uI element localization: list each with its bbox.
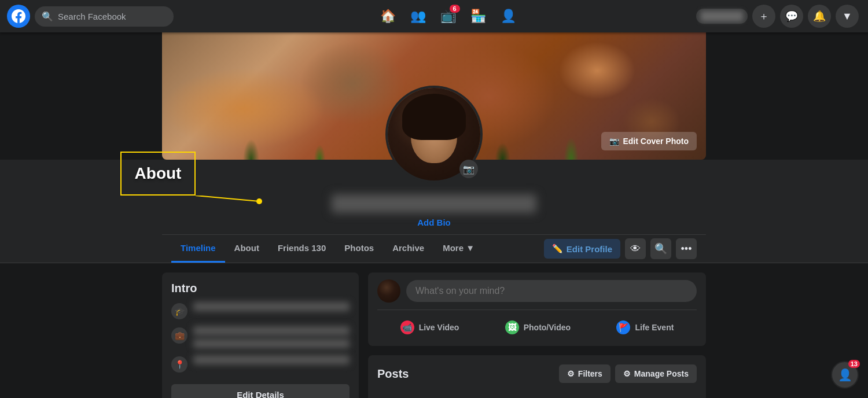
add-bio-button[interactable]: Add Bio xyxy=(417,215,451,230)
tab-photos[interactable]: Photos xyxy=(335,235,383,263)
nav-marketplace-button[interactable]: 🏪 xyxy=(465,2,492,30)
tab-actions: ✏️ Edit Profile 👁 🔍 ••• xyxy=(544,238,697,259)
nav-home-button[interactable]: 🏠 xyxy=(374,2,402,30)
main-columns: Intro 🎓 💼 📍 Edit Details xyxy=(162,272,706,398)
topnav: 🔍 🏠 👥 📺 6 🏪 👤 Name ＋ 💬 xyxy=(0,0,868,32)
eye-icon: 👁 xyxy=(630,243,641,255)
topnav-right: Name ＋ 💬 🔔 ▼ xyxy=(696,5,868,28)
search-icon: 🔍 xyxy=(42,11,53,22)
topnav-center: 🏠 👥 📺 6 🏪 👤 xyxy=(200,2,696,30)
life-event-action[interactable]: 🚩 Life Event xyxy=(609,316,681,339)
more-icon: ••• xyxy=(681,243,692,255)
photo-video-icon: 🖼 xyxy=(505,320,519,334)
intro-item-3: 📍 xyxy=(171,355,350,373)
nav-friends-button[interactable]: 👥 xyxy=(404,2,432,30)
marketplace-icon: 🏪 xyxy=(470,9,486,24)
topnav-left: 🔍 xyxy=(0,5,200,28)
view-as-button[interactable]: 👁 xyxy=(625,238,646,259)
page-content: 📷 Edit Cover Photo 📷 ██████████ ███████ … xyxy=(0,32,868,398)
bottom-avatar-icon: 👤 xyxy=(838,368,852,382)
bottom-right-avatar-button[interactable]: 👤 13 xyxy=(831,361,859,389)
profile-tabs: Timeline About Friends 130 Photos Archiv… xyxy=(162,234,706,263)
bottom-avatar-badge: 13 xyxy=(848,360,860,368)
profile-name: ██████████ ███████ xyxy=(162,194,706,213)
tab-archive[interactable]: Archive xyxy=(383,235,433,263)
create-button[interactable]: ＋ xyxy=(752,5,775,28)
video-badge: 6 xyxy=(450,5,460,13)
nav-video-button[interactable]: 📺 6 xyxy=(435,2,462,30)
camera-icon: 📷 xyxy=(609,137,619,146)
home-icon: 🏠 xyxy=(380,9,396,24)
friends-icon: 👥 xyxy=(410,9,426,24)
composer-avatar xyxy=(377,279,400,303)
avatar-camera-badge[interactable]: 📷 xyxy=(459,160,478,178)
search-profile-icon: 🔍 xyxy=(654,242,667,255)
manage-icon: ⚙ xyxy=(623,369,631,378)
tab-list-view[interactable]: ≡ List View xyxy=(377,390,537,398)
profile-avatar-wrap: 📷 xyxy=(385,86,483,183)
photo-video-action[interactable]: 🖼 Photo/Video xyxy=(498,316,578,339)
manage-posts-button[interactable]: ⚙ Manage Posts xyxy=(615,364,697,383)
search-input[interactable] xyxy=(58,12,167,21)
right-column: 📹 Live Video 🖼 Photo/Video 🚩 Life Event xyxy=(368,272,706,398)
avatar-face xyxy=(411,105,457,163)
edit-profile-button[interactable]: ✏️ Edit Profile xyxy=(544,239,620,259)
composer-input[interactable] xyxy=(406,280,697,302)
tab-timeline[interactable]: Timeline xyxy=(171,235,225,263)
edit-cover-button[interactable]: 📷 Edit Cover Photo xyxy=(601,132,697,150)
intro-text-3 xyxy=(193,355,350,364)
intro-title: Intro xyxy=(171,282,350,295)
intro-item-2: 💼 xyxy=(171,326,350,348)
intro-text-2b xyxy=(193,339,350,348)
bell-icon: 🔔 xyxy=(813,10,826,23)
facebook-logo[interactable] xyxy=(7,5,30,28)
search-bar[interactable]: 🔍 xyxy=(35,6,174,27)
filters-icon: ⚙ xyxy=(567,369,575,378)
plus-icon: ＋ xyxy=(759,9,769,23)
composer-top xyxy=(377,279,697,303)
tab-about[interactable]: About xyxy=(225,235,269,263)
profile-nav-button[interactable]: Name xyxy=(696,9,748,24)
search-profile-button[interactable]: 🔍 xyxy=(650,238,671,259)
intro-text-2a xyxy=(193,326,350,336)
pencil-icon: ✏️ xyxy=(552,244,563,254)
intro-text-1 xyxy=(193,302,350,311)
avatar-hair xyxy=(402,94,466,140)
profile-name-blurred-text: ██████████ ███████ xyxy=(332,194,536,213)
post-composer: 📹 Live Video 🖼 Photo/Video 🚩 Life Event xyxy=(368,272,706,346)
composer-actions: 📹 Live Video 🖼 Photo/Video 🚩 Life Event xyxy=(377,316,697,339)
posts-section: Posts ⚙ Filters ⚙ Manage Posts xyxy=(368,355,706,398)
intro-icon-3: 📍 xyxy=(171,356,187,373)
more-profile-button[interactable]: ••• xyxy=(676,238,697,259)
composer-divider xyxy=(377,309,697,310)
edit-details-button[interactable]: Edit Details xyxy=(171,384,350,398)
tab-more[interactable]: More ▼ xyxy=(433,235,484,263)
nav-groups-button[interactable]: 👤 xyxy=(495,2,523,30)
profile-name-blurred: Name xyxy=(701,11,743,21)
groups-icon: 👤 xyxy=(501,9,516,24)
posts-controls: ⚙ Filters ⚙ Manage Posts xyxy=(559,364,697,383)
intro-item-1: 🎓 xyxy=(171,302,350,319)
life-event-icon: 🚩 xyxy=(616,320,630,334)
menu-button[interactable]: ▼ xyxy=(836,5,859,28)
view-tabs: ≡ List View ⊞ Grid View xyxy=(377,390,697,398)
posts-title: Posts xyxy=(377,367,409,381)
live-video-icon: 📹 xyxy=(400,320,414,334)
messenger-icon: 💬 xyxy=(785,10,798,23)
intro-icon-2: 💼 xyxy=(171,327,187,344)
live-video-action[interactable]: 📹 Live Video xyxy=(393,316,466,339)
intro-icon-1: 🎓 xyxy=(171,303,187,319)
tab-friends[interactable]: Friends 130 xyxy=(269,235,335,263)
cover-section: 📷 Edit Cover Photo 📷 xyxy=(162,32,706,160)
tab-grid-view[interactable]: ⊞ Grid View xyxy=(537,390,697,398)
chevron-down-icon: ▼ xyxy=(842,10,852,23)
messenger-button[interactable]: 💬 xyxy=(780,5,803,28)
notifications-button[interactable]: 🔔 xyxy=(808,5,831,28)
posts-header: Posts ⚙ Filters ⚙ Manage Posts xyxy=(377,364,697,383)
left-column: Intro 🎓 💼 📍 Edit Details xyxy=(162,272,359,398)
filters-button[interactable]: ⚙ Filters xyxy=(559,364,610,383)
intro-card: Intro 🎓 💼 📍 Edit Details xyxy=(162,272,359,398)
